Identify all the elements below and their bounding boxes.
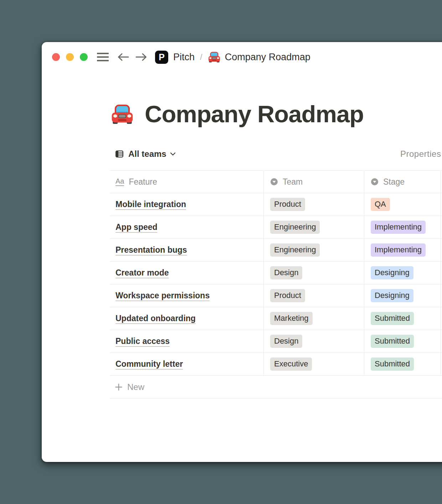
team-tag: Design	[270, 335, 302, 348]
column-header-team[interactable]: Team	[264, 171, 364, 193]
table-row: App speed Engineering Implementing	[110, 216, 442, 239]
minimize-button[interactable]	[66, 53, 74, 61]
table-row: Mobile integration Product QA	[110, 193, 442, 216]
team-cell[interactable]: Executive	[264, 353, 364, 375]
breadcrumb-app-name[interactable]: Pitch	[173, 52, 195, 63]
feature-page-link[interactable]: Creator mode	[115, 268, 169, 278]
stage-cell[interactable]: QA	[364, 193, 441, 216]
stage-cell[interactable]: Implementing	[364, 239, 441, 261]
feature-cell[interactable]: Public access	[110, 330, 264, 353]
desktop-background: { "topbar": { "window_controls": { "clos…	[0, 0, 442, 504]
page-title-row: Company Roadmap	[110, 100, 364, 128]
feature-cell[interactable]: Mobile integration	[110, 193, 264, 216]
breadcrumb-separator: /	[200, 52, 202, 62]
feature-page-link[interactable]: Community letter	[115, 359, 183, 369]
new-row[interactable]: New	[110, 376, 442, 398]
team-tag: Engineering	[270, 243, 320, 257]
team-tag: Product	[270, 198, 305, 211]
team-tag: Engineering	[270, 221, 320, 234]
table-row: Creator mode Design Designing	[110, 262, 442, 284]
stage-cell[interactable]: Submitted	[364, 307, 441, 330]
column-label: Feature	[129, 177, 157, 187]
feature-cell[interactable]: Updated onboarding	[110, 307, 264, 330]
team-cell[interactable]: Product	[264, 193, 364, 216]
team-tag: Marketing	[270, 312, 313, 325]
view-selector[interactable]: All teams	[115, 148, 176, 160]
feature-page-link[interactable]: App speed	[115, 222, 158, 232]
team-tag: Product	[270, 289, 305, 303]
table-row: Updated onboarding Marketing Submitted	[110, 307, 442, 330]
stage-tag: Submitted	[371, 335, 414, 348]
stage-tag: Submitted	[371, 358, 414, 371]
plus-icon	[115, 383, 123, 391]
column-header-stage[interactable]: Stage	[364, 171, 441, 193]
pitch-logo-icon[interactable]: P	[155, 51, 168, 64]
stage-tag: Submitted	[371, 312, 414, 325]
team-tag: Executive	[270, 358, 312, 371]
stage-tag: Designing	[371, 266, 413, 280]
feature-page-link[interactable]: Presentation bugs	[115, 245, 187, 255]
stage-tag: QA	[371, 198, 390, 211]
feature-page-link[interactable]: Updated onboarding	[115, 314, 196, 323]
roadmap-table: Aa Feature Team Stage Mobile integration…	[110, 170, 442, 398]
select-type-icon	[371, 178, 379, 186]
stage-tag: Implementing	[371, 221, 426, 234]
app-window: P Pitch / Company Roadmap Company Roadma…	[42, 42, 442, 462]
column-label: Team	[283, 177, 303, 187]
stage-cell[interactable]: Designing	[364, 284, 441, 307]
menu-icon[interactable]	[97, 53, 109, 61]
stage-cell[interactable]: Designing	[364, 262, 441, 284]
view-name: All teams	[128, 149, 166, 159]
feature-cell[interactable]: Creator mode	[110, 262, 264, 284]
breadcrumb-page-title[interactable]: Company Roadmap	[225, 52, 310, 63]
team-cell[interactable]: Design	[264, 330, 364, 353]
page-icon-car[interactable]	[110, 102, 134, 126]
column-label: Stage	[383, 177, 405, 187]
forward-arrow-icon[interactable]	[135, 53, 147, 61]
feature-cell[interactable]: Community letter	[110, 353, 264, 375]
properties-button[interactable]: Properties	[400, 149, 441, 159]
team-cell[interactable]: Design	[264, 262, 364, 284]
stage-cell[interactable]: Submitted	[364, 330, 441, 353]
stage-tag: Designing	[371, 289, 413, 303]
car-icon	[208, 51, 221, 63]
stage-cell[interactable]: Implementing	[364, 216, 441, 238]
table-header-row: Aa Feature Team Stage	[110, 170, 442, 193]
feature-page-link[interactable]: Workspace permissions	[115, 291, 210, 300]
team-cell[interactable]: Marketing	[264, 307, 364, 330]
table-row: Community letter Executive Submitted	[110, 353, 442, 376]
table-row: Presentation bugs Engineering Implementi…	[110, 239, 442, 262]
table-view-icon	[115, 149, 124, 159]
stage-tag: Implementing	[371, 243, 426, 257]
team-cell[interactable]: Engineering	[264, 239, 364, 261]
table-row: Workspace permissions Product Designing	[110, 284, 442, 307]
text-type-icon: Aa	[115, 178, 124, 186]
feature-cell[interactable]: Presentation bugs	[110, 239, 264, 261]
window-topbar: P Pitch / Company Roadmap	[52, 50, 310, 64]
team-tag: Design	[270, 266, 302, 280]
feature-page-link[interactable]: Public access	[115, 336, 170, 346]
select-type-icon	[270, 178, 278, 186]
page-title[interactable]: Company Roadmap	[145, 100, 364, 128]
table-row: Public access Design Submitted	[110, 330, 442, 353]
zoom-button[interactable]	[80, 53, 88, 61]
team-cell[interactable]: Engineering	[264, 216, 364, 238]
new-row-label: New	[127, 382, 144, 392]
feature-page-link[interactable]: Mobile integration	[115, 200, 186, 209]
chevron-down-icon	[170, 152, 176, 156]
close-button[interactable]	[52, 53, 60, 61]
team-cell[interactable]: Product	[264, 284, 364, 307]
feature-cell[interactable]: App speed	[110, 216, 264, 238]
feature-cell[interactable]: Workspace permissions	[110, 284, 264, 307]
column-header-feature[interactable]: Aa Feature	[110, 171, 264, 193]
stage-cell[interactable]: Submitted	[364, 353, 441, 375]
back-arrow-icon[interactable]	[117, 53, 129, 61]
